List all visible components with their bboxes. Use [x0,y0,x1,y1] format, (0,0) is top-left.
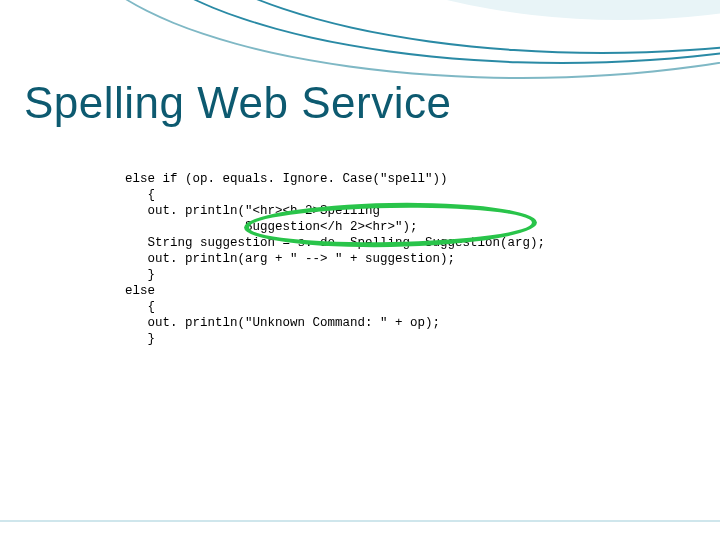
code-line: } [125,332,155,346]
code-line: out. println("Unknown Command: " + op); [125,316,440,330]
code-line: else [125,284,155,298]
code-line: out. println(arg + " --> " + suggestion)… [125,252,455,266]
code-line: else if (op. equals. Ignore. Case("spell… [125,172,448,186]
code-block: else if (op. equals. Ignore. Case("spell… [125,155,545,347]
page-title: Spelling Web Service [24,78,451,128]
code-line: } [125,268,155,282]
code-line: { [125,300,155,314]
code-line: { [125,188,155,202]
footer-divider [0,520,720,522]
